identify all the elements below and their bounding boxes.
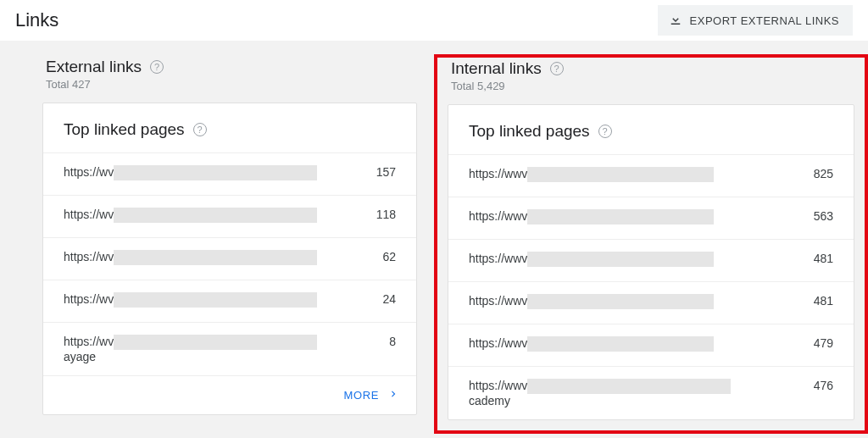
table-row[interactable]: https://wv62: [43, 237, 416, 280]
row-count: 157: [362, 165, 396, 179]
url-prefix: https://wwv: [469, 294, 527, 308]
url-prefix: https://wv: [64, 208, 114, 221]
row-url: https://wvayage: [64, 335, 323, 363]
row-url: https://wwvcademy: [469, 379, 753, 408]
row-count: 62: [362, 250, 396, 263]
top-bar: Links EXPORT EXTERNAL LINKS: [0, 0, 868, 41]
internal-links-column: Internal links ? Total 5,429 Top linked …: [434, 54, 868, 434]
help-icon[interactable]: ?: [598, 125, 612, 138]
redacted-block: [114, 250, 317, 265]
row-url: https://wwv: [469, 294, 714, 309]
internal-total: Total 5,429: [451, 80, 854, 92]
row-url: https://wwv: [469, 209, 714, 225]
table-row[interactable]: https://wwv481: [448, 281, 854, 324]
url-suffix: cademy: [469, 394, 753, 408]
row-count: 476: [799, 379, 833, 392]
row-url: https://wv: [64, 208, 317, 223]
help-icon[interactable]: ?: [550, 62, 564, 75]
redacted-block: [527, 336, 714, 352]
internal-top-linked-card: Top linked pages ? https://wwv825https:/…: [448, 104, 854, 420]
redacted-block: [114, 335, 317, 350]
row-count: 481: [799, 294, 833, 308]
row-count: 825: [799, 167, 833, 180]
table-row[interactable]: https://wv118: [43, 195, 416, 237]
url-prefix: https://wwv: [469, 167, 527, 180]
row-count: 563: [799, 209, 833, 223]
row-url: https://wv: [64, 165, 317, 180]
redacted-block: [527, 167, 714, 182]
url-prefix: https://wv: [64, 335, 114, 348]
url-prefix: https://wv: [64, 165, 114, 179]
url-prefix: https://wwv: [469, 336, 527, 350]
internal-title: Internal links: [451, 59, 542, 78]
external-total: Total 427: [46, 78, 417, 91]
help-icon[interactable]: ?: [150, 60, 164, 74]
table-row[interactable]: https://wwv479: [448, 324, 854, 366]
url-suffix: ayage: [64, 350, 323, 363]
external-links-column: External links ? Total 427 Top linked pa…: [0, 58, 434, 434]
redacted-block: [527, 294, 714, 309]
external-card-title: Top linked pages: [64, 120, 185, 139]
external-section-header: External links ? Total 427: [42, 58, 417, 103]
row-count: 481: [799, 252, 833, 265]
external-title: External links: [46, 58, 142, 76]
row-url: https://wwv: [469, 167, 714, 182]
url-prefix: https://wwv: [469, 252, 527, 265]
table-row[interactable]: https://wwvcademy476: [448, 366, 854, 419]
content-area: External links ? Total 427 Top linked pa…: [0, 41, 868, 434]
more-label: MORE: [344, 389, 379, 402]
export-button-label: EXPORT EXTERNAL LINKS: [690, 14, 839, 27]
redacted-block: [527, 252, 714, 267]
row-count: 24: [362, 292, 396, 306]
internal-card-title: Top linked pages: [469, 122, 590, 141]
redacted-block: [527, 209, 714, 225]
row-count: 118: [362, 208, 396, 221]
redacted-block: [527, 379, 731, 394]
table-row[interactable]: https://wvayage8: [43, 322, 416, 375]
url-prefix: https://wv: [64, 250, 114, 263]
redacted-block: [114, 165, 317, 180]
redacted-block: [114, 292, 317, 308]
internal-section-header: Internal links ? Total 5,429: [448, 58, 854, 104]
row-url: https://wwv: [469, 252, 714, 267]
url-prefix: https://wv: [64, 292, 114, 306]
more-link[interactable]: MORE: [344, 388, 399, 402]
row-count: 479: [799, 336, 833, 350]
url-prefix: https://wwv: [469, 379, 527, 392]
page-title: Links: [15, 9, 58, 31]
external-top-linked-card: Top linked pages ? https://wv157https://…: [42, 103, 417, 415]
row-url: https://wv: [64, 292, 317, 308]
table-row[interactable]: https://wv157: [43, 152, 416, 195]
table-row[interactable]: https://wwv563: [448, 197, 854, 239]
redacted-block: [114, 208, 317, 223]
url-prefix: https://wwv: [469, 209, 527, 223]
download-icon: [668, 12, 683, 30]
row-url: https://wwv: [469, 336, 714, 352]
help-icon[interactable]: ?: [193, 123, 207, 136]
export-external-links-button[interactable]: EXPORT EXTERNAL LINKS: [658, 5, 853, 36]
table-row[interactable]: https://wv24: [43, 280, 416, 322]
table-row[interactable]: https://wwv481: [448, 239, 854, 281]
chevron-right-icon: [387, 388, 399, 402]
row-url: https://wv: [64, 250, 317, 265]
row-count: 8: [362, 335, 396, 348]
table-row[interactable]: https://wwv825: [448, 154, 854, 197]
